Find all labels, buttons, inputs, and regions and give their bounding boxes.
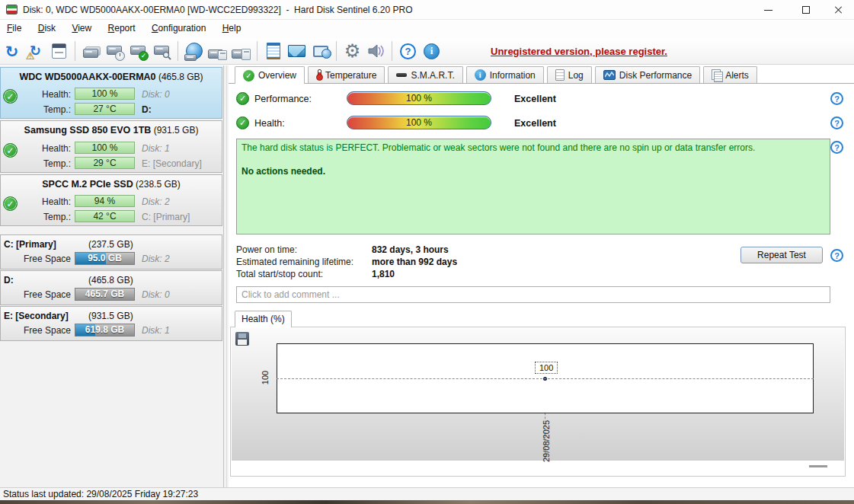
temp-label: Temp.: [1, 104, 71, 115]
toolbar: ↻ ↻⚠ ✓ ⚙ ? i Unregistered version, pleas… [0, 38, 854, 65]
tab-bar: ✓Overview Temperature S.M.A.R.T. iInform… [235, 66, 760, 84]
start-stop-count-label: Total start/stop count: [236, 269, 323, 279]
toolbar-separator [257, 41, 257, 61]
performance-gauge: 100 % [347, 91, 491, 105]
partition-name: E: [Secondary] [4, 311, 69, 321]
free-space-label: Free Space [1, 325, 71, 336]
help-icon[interactable]: ? [398, 41, 418, 62]
disk-number: Disk: 1 [142, 143, 170, 154]
disk-test-icon[interactable]: ✓ [128, 41, 149, 62]
performance-ok-icon: ✓ [236, 92, 249, 105]
maximize-button[interactable] [791, 0, 821, 20]
app-logo-icon [6, 5, 18, 14]
status-message: The hard disk status is PERFECT. Problem… [241, 142, 825, 153]
status-bar: Status last updated: 29/08/2025 Friday 1… [0, 487, 854, 500]
close-button[interactable] [824, 0, 854, 20]
send-email-icon[interactable] [286, 41, 307, 62]
disk-eject-icon[interactable] [207, 41, 228, 62]
temp-bar: 42 °C [75, 210, 135, 222]
chart-ytick: 100 [261, 371, 270, 384]
menu-file[interactable]: File [0, 20, 28, 37]
performance-rating: Excellent [514, 94, 556, 104]
disk-item-samsung[interactable]: Samsung SSD 850 EVO 1TB (931.5 GB) ✓ Hea… [0, 120, 222, 173]
remove-disk-icon[interactable] [81, 41, 101, 62]
temp-bar: 29 °C [75, 157, 135, 169]
tab-smart[interactable]: S.M.A.R.T. [388, 66, 462, 83]
menu-disk[interactable]: Disk [31, 20, 62, 37]
power-on-time-label: Power on time: [236, 244, 297, 255]
menu-help[interactable]: Help [216, 20, 248, 37]
tab-log[interactable]: Log [547, 66, 592, 83]
disk-surface-scan-icon[interactable] [152, 41, 172, 62]
chart-tab-health[interactable]: Health (%) [235, 311, 292, 327]
status-help-icon[interactable]: ? [830, 141, 843, 154]
network-monitor-icon[interactable] [310, 41, 331, 62]
smart-dash-icon [396, 73, 407, 77]
health-label: Health: [1, 196, 71, 207]
sounds-icon[interactable] [366, 41, 386, 62]
chart-icon [603, 70, 616, 80]
info-circle-icon: i [475, 69, 486, 81]
refresh-icon[interactable]: ↻ [2, 41, 22, 62]
free-space-label: Free Space [1, 254, 71, 264]
partition-item-e[interactable]: E: [Secondary] (931.5 GB) Free Space 619… [0, 306, 222, 341]
window-title: Disk: 0, WDC WD5000AAKX-00ERMA0 [WD-WCC2… [23, 0, 413, 20]
health-label: Health: [1, 143, 71, 154]
disk-number: Disk: 0 [142, 89, 170, 100]
disk-size: (931.5 GB) [154, 125, 199, 136]
document-icon [555, 69, 565, 81]
power-on-time-value: 832 days, 3 hours [372, 244, 449, 255]
tab-disk-performance[interactable]: Disk Performance [595, 66, 700, 83]
performance-help-icon[interactable]: ? [830, 92, 843, 105]
hard-disk-sentinel-window: Disk: 0, WDC WD5000AAKX-00ERMA0 [WD-WCC2… [0, 0, 854, 504]
toolbar-separator [178, 41, 178, 61]
drive-letter: C: [Primary] [142, 212, 190, 222]
health-help-icon[interactable]: ? [830, 116, 843, 129]
start-stop-count-value: 1,810 [372, 269, 395, 279]
partition-item-d[interactable]: D: (465.8 GB) Free Space 465.7 GB Disk: … [0, 270, 222, 305]
tab-information[interactable]: iInformation [466, 66, 544, 83]
menu-report[interactable]: Report [101, 20, 142, 37]
drive-letter: D: [142, 104, 152, 115]
tab-overview[interactable]: ✓Overview [235, 66, 305, 84]
chart-scrollbar-thumb[interactable] [809, 465, 827, 467]
partition-item-c[interactable]: C: [Primary] (237.5 GB) Free Space 95.0 … [0, 234, 222, 270]
health-label: Health: [254, 118, 285, 129]
disk-name: SPCC M.2 PCIe SSD [42, 179, 133, 190]
disk-size: (238.5 GB) [136, 179, 181, 190]
disk-item-spcc[interactable]: SPCC M.2 PCIe SSD (238.5 GB) ✓ Health: 9… [0, 174, 222, 226]
repeat-test-help-icon[interactable]: ? [830, 249, 843, 262]
menu-configuration[interactable]: Configuration [145, 20, 213, 37]
minimize-button[interactable] [753, 0, 783, 20]
sidebar-divider [223, 65, 224, 487]
disk-connect-icon[interactable] [231, 41, 251, 62]
bottom-edge-strip [0, 500, 854, 504]
disk-number: Disk: 2 [142, 196, 170, 207]
repeat-test-button[interactable]: Repeat Test [740, 247, 823, 263]
save-chart-icon[interactable] [235, 332, 249, 346]
tab-temperature[interactable]: Temperature [308, 66, 385, 83]
disk-status-textbox[interactable]: The hard disk status is PERFECT. Problem… [236, 139, 830, 234]
menu-view[interactable]: View [65, 20, 98, 37]
partition-size: (465.8 GB) [88, 275, 133, 285]
settings-gear-icon[interactable]: ⚙ [342, 41, 363, 62]
partition-name: C: [Primary] [4, 239, 56, 250]
comment-input[interactable] [236, 286, 830, 303]
log-icon[interactable] [263, 41, 283, 62]
partition-size: (931.5 GB) [88, 311, 133, 321]
temp-bar: 27 °C [75, 103, 135, 115]
info-icon[interactable]: i [421, 41, 442, 62]
tab-alerts[interactable]: Alerts [703, 66, 757, 83]
analyse-disks-icon[interactable]: ↻⚠ [25, 41, 46, 62]
pages-icon [712, 69, 721, 81]
report-icon[interactable] [49, 41, 69, 62]
disk-schedule-icon[interactable] [104, 41, 125, 62]
overview-panel: ✓ Performance: 100 % Excellent ? ✓ Healt… [229, 84, 854, 487]
disk-number: Disk: 0 [142, 289, 170, 300]
disk-item-wdc[interactable]: WDC WD5000AAKX-00ERMA0 (465.8 GB) ✓ Heal… [0, 67, 222, 119]
chart-xtick: 29/08/2025 [542, 415, 551, 462]
unregistered-link[interactable]: Unregistered version, please register. [491, 46, 667, 57]
network-disks-icon[interactable] [184, 41, 204, 62]
overview-check-icon: ✓ [243, 70, 254, 81]
free-space-label: Free Space [1, 289, 71, 300]
